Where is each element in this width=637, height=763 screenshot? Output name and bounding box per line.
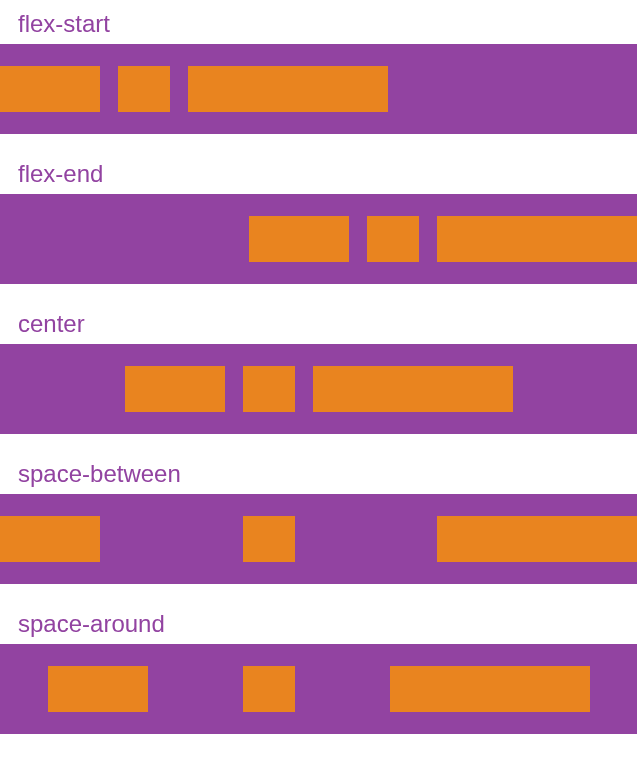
- flex-container: [0, 44, 637, 134]
- flex-item: [249, 216, 349, 262]
- example-label: space-around: [0, 608, 637, 644]
- flex-item: [118, 66, 170, 112]
- flex-item: [437, 516, 637, 562]
- flex-item: [243, 366, 295, 412]
- example-label: space-between: [0, 458, 637, 494]
- flex-item: [125, 366, 225, 412]
- example-label: flex-start: [0, 8, 637, 44]
- flex-item: [243, 516, 295, 562]
- flex-container: [0, 494, 637, 584]
- flex-container: [0, 344, 637, 434]
- example-space-around: space-around: [0, 608, 637, 734]
- flex-item: [313, 366, 513, 412]
- example-label: center: [0, 308, 637, 344]
- flex-item: [0, 66, 100, 112]
- flex-item: [48, 666, 148, 712]
- flex-item: [188, 66, 388, 112]
- example-label: flex-end: [0, 158, 637, 194]
- flex-item: [0, 516, 100, 562]
- flex-item: [243, 666, 295, 712]
- flex-item: [390, 666, 590, 712]
- flex-container: [0, 644, 637, 734]
- example-flex-start: flex-start: [0, 8, 637, 134]
- example-flex-end: flex-end: [0, 158, 637, 284]
- flex-container: [0, 194, 637, 284]
- example-space-between: space-between: [0, 458, 637, 584]
- flex-item: [367, 216, 419, 262]
- flex-item: [437, 216, 637, 262]
- example-center: center: [0, 308, 637, 434]
